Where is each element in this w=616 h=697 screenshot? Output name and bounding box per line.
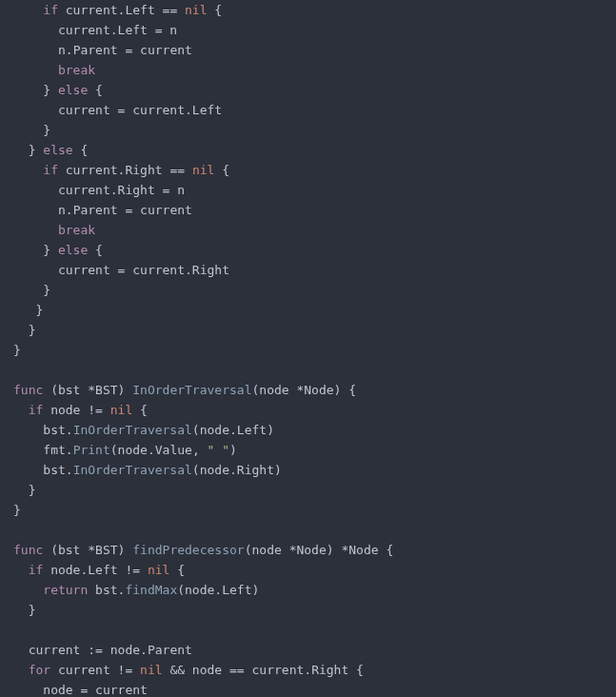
code-token: if	[29, 563, 44, 577]
code-token: .	[185, 263, 192, 277]
code-line[interactable]: }	[13, 320, 603, 340]
code-line[interactable]	[13, 620, 603, 640]
code-token: {	[214, 3, 222, 17]
code-token	[13, 283, 43, 297]
code-token: current	[125, 263, 185, 277]
code-token: node	[251, 543, 288, 557]
code-token: *	[88, 543, 95, 557]
code-token: BST	[95, 383, 117, 397]
code-line[interactable]: fmt.Print(node.Value, " ")	[13, 440, 603, 460]
code-token: Right	[311, 663, 348, 677]
code-token: for	[29, 663, 50, 677]
code-line[interactable]: n.Parent = current	[13, 40, 603, 60]
code-token	[13, 223, 58, 237]
code-token: }	[35, 303, 43, 317]
code-token: current	[132, 203, 192, 217]
code-token: Node	[296, 543, 326, 557]
code-token: !=	[118, 663, 133, 677]
code-token: .	[214, 583, 222, 597]
code-token	[88, 243, 95, 257]
code-line[interactable]: } else {	[13, 80, 603, 100]
code-line[interactable]: }	[13, 340, 603, 360]
code-token: current	[58, 163, 118, 177]
code-token: }	[13, 343, 21, 357]
code-token: .	[229, 463, 237, 477]
code-line[interactable]: break	[13, 220, 603, 240]
code-token: ==	[229, 663, 245, 677]
code-token	[13, 303, 35, 317]
code-token	[13, 403, 29, 417]
code-line[interactable]: current.Left = n	[13, 20, 603, 40]
code-token: InOrderTraversal	[73, 423, 192, 437]
code-token: node	[103, 643, 140, 657]
code-token: .	[185, 103, 192, 117]
code-token: .	[304, 663, 311, 677]
code-line[interactable]: }	[13, 280, 603, 300]
code-line[interactable]: node = current	[13, 680, 603, 697]
code-line[interactable]	[13, 360, 603, 380]
code-token: .	[66, 43, 73, 57]
code-line[interactable]: }	[13, 480, 603, 500]
code-line[interactable]: current = current.Left	[13, 100, 603, 120]
code-line[interactable]: func (bst *BST) findPredecessor(node *No…	[13, 540, 603, 560]
code-token: bst	[13, 463, 66, 477]
code-token: node	[259, 383, 296, 397]
code-line[interactable]: if node != nil {	[13, 400, 603, 420]
code-token	[148, 23, 155, 37]
code-line[interactable]: if current.Left == nil {	[13, 0, 603, 20]
code-token	[155, 183, 163, 197]
code-token: current	[132, 43, 192, 57]
code-line[interactable]: } else {	[13, 240, 603, 260]
code-token	[132, 663, 140, 677]
code-token	[185, 163, 192, 177]
code-token: .	[148, 443, 155, 457]
code-line[interactable]: bst.InOrderTraversal(node.Left)	[13, 420, 603, 440]
code-token: }	[29, 323, 36, 337]
code-token: node	[185, 663, 229, 677]
code-token: {	[177, 563, 185, 577]
code-line[interactable]: n.Parent = current	[13, 200, 603, 220]
code-line[interactable]: }	[13, 500, 603, 520]
code-token: if	[43, 163, 58, 177]
code-token: Left	[222, 583, 251, 597]
code-token: Node	[304, 383, 333, 397]
code-token: current	[13, 263, 118, 277]
code-line[interactable]: } else {	[13, 140, 603, 160]
code-line[interactable]: }	[13, 600, 603, 620]
code-token	[88, 83, 95, 97]
code-line[interactable]: break	[13, 60, 603, 80]
code-editor[interactable]: if current.Left == nil { current.Left = …	[0, 0, 616, 697]
code-token: " "	[208, 443, 229, 457]
code-token: (	[50, 383, 58, 397]
code-line[interactable]: bst.InOrderTraversal(node.Right)	[13, 460, 603, 480]
code-token: (	[177, 583, 185, 597]
code-token: bst	[58, 383, 88, 397]
code-token: {	[95, 83, 103, 97]
code-token	[13, 123, 43, 137]
code-token	[13, 63, 58, 77]
code-line[interactable]: current := node.Parent	[13, 640, 603, 660]
code-line[interactable]: if node.Left != nil {	[13, 560, 603, 580]
code-token	[13, 323, 29, 337]
code-line[interactable]: if current.Right == nil {	[13, 160, 603, 180]
code-token: (	[110, 443, 118, 457]
code-token: current	[13, 183, 110, 197]
code-line[interactable]: current.Right = n	[13, 180, 603, 200]
code-line[interactable]: current = current.Right	[13, 260, 603, 280]
code-line[interactable]: return bst.findMax(node.Left)	[13, 580, 603, 600]
code-line[interactable]: }	[13, 300, 603, 320]
code-token	[214, 163, 222, 177]
code-token: .	[66, 423, 73, 437]
code-token: current	[13, 23, 110, 37]
code-token: findMax	[125, 583, 177, 597]
code-token: Value	[155, 443, 192, 457]
code-token: Parent	[73, 203, 118, 217]
code-token: else	[58, 243, 88, 257]
code-token	[13, 163, 43, 177]
code-line[interactable]: func (bst *BST) InOrderTraversal(node *N…	[13, 380, 603, 400]
code-token	[50, 243, 58, 257]
code-line[interactable]	[13, 520, 603, 540]
code-token: node	[200, 463, 229, 477]
code-line[interactable]: }	[13, 120, 603, 140]
code-line[interactable]: for current != nil && node == current.Ri…	[13, 660, 603, 680]
